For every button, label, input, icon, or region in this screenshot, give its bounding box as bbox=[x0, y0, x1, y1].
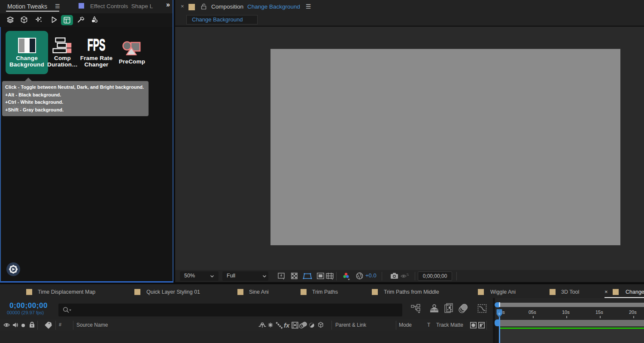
svg-text:fx: fx bbox=[284, 322, 290, 329]
